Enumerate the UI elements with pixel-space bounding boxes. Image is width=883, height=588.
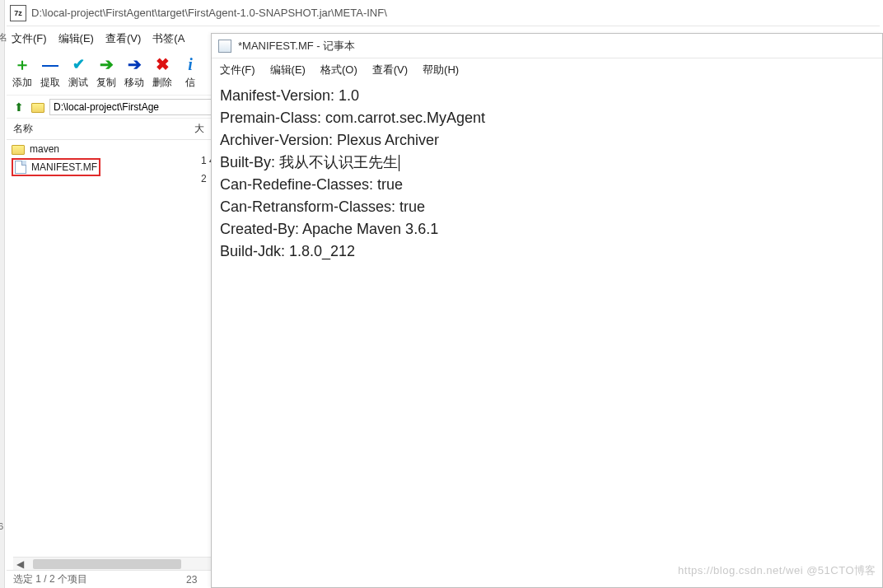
notepad-title: *MANIFEST.MF - 记事本: [238, 39, 355, 54]
menu-edit[interactable]: 编辑(E): [58, 31, 94, 46]
np-menu-format[interactable]: 格式(O): [320, 63, 357, 77]
scroll-thumb[interactable]: [33, 559, 181, 569]
check-icon: ✔: [68, 54, 88, 74]
item-name: MANIFEST.MF: [31, 161, 97, 173]
selection-highlight: MANIFEST.MF: [12, 158, 100, 176]
watermark-text: https://blog.csdn.net/wei @51CTO博客: [678, 563, 876, 578]
sevenzip-logo-icon: 7z: [10, 5, 26, 21]
add-button[interactable]: ＋添加: [10, 54, 35, 90]
minus-icon: —: [40, 54, 60, 74]
text-cursor: [399, 155, 399, 171]
np-menu-file[interactable]: 文件(F): [220, 63, 255, 77]
notepad-window: *MANIFEST.MF - 记事本 文件(F) 编辑(E) 格式(O) 查看(…: [211, 33, 883, 588]
up-folder-icon[interactable]: ⬆: [12, 100, 26, 114]
left-edge-stub: 名 6: [0, 0, 5, 588]
menu-view[interactable]: 查看(V): [105, 31, 141, 46]
copy-arrow-icon: ➔: [96, 54, 116, 74]
sevenzip-titlebar[interactable]: 7z D:\local-project\FirstAgent\target\Fi…: [7, 0, 880, 26]
text-line: Premain-Class: com.carrot.sec.MyAgent: [220, 107, 874, 129]
test-button[interactable]: ✔测试: [66, 54, 91, 90]
item-name: maven: [30, 143, 59, 155]
np-menu-help[interactable]: 帮助(H): [423, 63, 459, 77]
status-text: 选定 1 / 2 个项目: [13, 572, 87, 586]
text-line: Can-Retransform-Classes: true: [220, 196, 874, 218]
col-name[interactable]: 名称: [13, 122, 194, 136]
notepad-text-area[interactable]: Manifest-Version: 1.0Premain-Class: com.…: [212, 82, 882, 266]
status-text-2: 23: [186, 574, 197, 586]
text-line: Build-Jdk: 1.8.0_212: [220, 240, 874, 263]
menu-file[interactable]: 文件(F): [12, 31, 47, 46]
text-line: Created-By: Apache Maven 3.6.1: [220, 218, 874, 240]
np-menu-edit[interactable]: 编辑(E): [270, 63, 306, 77]
info-button[interactable]: i信: [178, 54, 203, 90]
plus-icon: ＋: [12, 54, 32, 74]
info-icon: i: [180, 54, 200, 74]
folder-icon: [31, 103, 44, 113]
delete-icon: ✖: [152, 54, 172, 74]
notepad-titlebar[interactable]: *MANIFEST.MF - 记事本: [212, 34, 882, 58]
folder-icon: [12, 145, 25, 155]
text-line: Archiver-Version: Plexus Archiver: [220, 129, 874, 152]
copy-button[interactable]: ➔复制: [94, 54, 119, 90]
notepad-icon: [218, 40, 231, 53]
text-line: Built-By: 我从不认识王先生: [220, 152, 874, 174]
move-button[interactable]: ➔移动: [122, 54, 147, 90]
sevenzip-title: D:\local-project\FirstAgent\target\First…: [31, 0, 387, 26]
notepad-menubar: 文件(F) 编辑(E) 格式(O) 查看(V) 帮助(H): [212, 58, 882, 82]
file-icon: [15, 161, 26, 174]
menu-bookmark[interactable]: 书签(A: [152, 31, 185, 46]
move-arrow-icon: ➔: [124, 54, 144, 74]
text-line: Can-Redefine-Classes: true: [220, 174, 874, 196]
extract-button[interactable]: —提取: [38, 54, 63, 90]
np-menu-view[interactable]: 查看(V): [372, 63, 408, 77]
col-size[interactable]: 大: [194, 122, 204, 136]
scroll-left-icon[interactable]: ◀: [13, 558, 26, 571]
text-line: Manifest-Version: 1.0: [220, 85, 874, 107]
row2-col2: 2: [201, 173, 207, 184]
delete-button[interactable]: ✖删除: [150, 54, 175, 90]
